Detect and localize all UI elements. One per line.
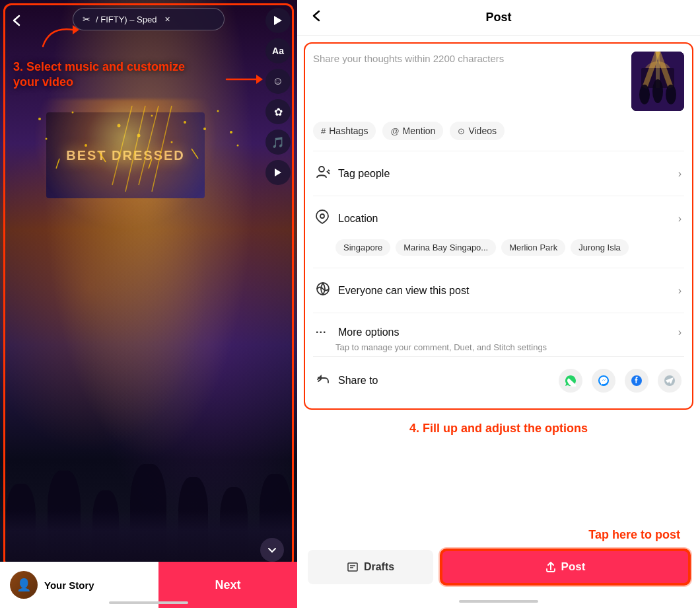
svg-point-33 <box>666 85 676 104</box>
svg-marker-22 <box>275 169 281 176</box>
dj-desk <box>0 510 297 563</box>
svg-point-31 <box>639 85 650 104</box>
sticker-icon-btn[interactable]: ✿ <box>265 99 291 124</box>
telegram-icon[interactable] <box>658 369 682 393</box>
svg-marker-23 <box>73 25 79 34</box>
more-options-label: More options <box>338 326 678 338</box>
back-button[interactable] <box>310 9 324 26</box>
tag-people-label: Tag people <box>338 168 678 180</box>
music-text: / FIFTY) – Sped <box>96 15 157 24</box>
location-icon <box>316 209 334 227</box>
step3-text: 3. Select music and customize your video <box>13 59 198 91</box>
thumbnail-bg: Select cover <box>631 52 684 111</box>
svg-point-34 <box>319 167 324 172</box>
mention-chip[interactable]: @ Mention <box>382 122 443 140</box>
text-icon-btn[interactable]: Aa <box>265 38 291 63</box>
tag-people-icon <box>316 165 334 182</box>
caption-input[interactable]: Share your thoughts within 2200 characte… <box>313 52 623 111</box>
home-indicator-right <box>297 595 700 608</box>
cover-thumbnail[interactable]: Select cover <box>631 52 684 111</box>
post-content: Share your thoughts within 2200 characte… <box>297 36 700 527</box>
share-icon <box>316 372 334 390</box>
arrow-to-icons <box>223 66 263 93</box>
location-label: Location <box>338 213 678 225</box>
music-bar[interactable]: ✂ / FIFTY) – Sped × <box>73 8 225 30</box>
drafts-label: Drafts <box>364 561 394 573</box>
step4-annotation: 4. Fill up and adjust the options <box>304 415 693 439</box>
post-button[interactable]: Post <box>441 550 689 584</box>
post-label: Post <box>561 560 586 574</box>
divider-1 <box>313 151 684 151</box>
svg-rect-40 <box>348 563 357 571</box>
share-to-label: Share to <box>338 375 559 387</box>
svg-marker-24 <box>256 75 263 84</box>
location-chevron: › <box>678 213 682 225</box>
tag-people-chevron: › <box>678 168 682 180</box>
location-chip-mp[interactable]: Merlion Park <box>501 239 565 256</box>
more-options-icon: ··· <box>316 326 334 338</box>
facebook-icon[interactable] <box>625 369 648 393</box>
right-icon-bar: Aa ☺ ✿ 🎵 <box>265 8 291 185</box>
hashtag-icon: # <box>321 126 326 136</box>
divider-5 <box>313 356 684 357</box>
stage-lights <box>33 99 218 231</box>
more-options-sublabel: Tap to manage your comment, Duet, and St… <box>335 342 684 352</box>
close-icon[interactable]: × <box>164 14 170 24</box>
videos-icon: ⊙ <box>458 126 465 136</box>
svg-point-35 <box>320 214 324 218</box>
home-bar <box>459 600 538 603</box>
your-story-label: Your Story <box>44 580 94 591</box>
videos-chip[interactable]: ⊙ Videos <box>450 122 505 140</box>
divider-4 <box>313 313 684 313</box>
scissors-icon: ✂ <box>83 14 90 24</box>
post-header: Post <box>297 0 700 36</box>
divider-2 <box>313 196 684 196</box>
video-icon-btn[interactable] <box>265 8 291 33</box>
tap-text: Tap here to post <box>588 528 680 541</box>
hashtags-chip[interactable]: # Hashtags <box>313 122 376 140</box>
visibility-label: Everyone can view this post <box>338 285 678 297</box>
your-story-btn[interactable]: 👤 Your Story <box>0 564 158 605</box>
post-title: Post <box>485 11 511 24</box>
post-form-box: Share your thoughts within 2200 characte… <box>304 42 693 410</box>
visibility-chevron: › <box>678 285 682 297</box>
tag-chips: # Hashtags @ Mention ⊙ Videos <box>313 122 684 140</box>
more-options-chevron: › <box>678 326 682 338</box>
left-panel: BEST DRESSED <box>0 0 297 608</box>
post-bottom-bar: Drafts Post <box>297 545 700 595</box>
visibility-row[interactable]: Everyone can view this post › <box>313 272 684 309</box>
svg-marker-21 <box>274 16 282 25</box>
step3-annotation: 3. Select music and customize your video <box>13 59 198 91</box>
location-chip-mbs[interactable]: Marina Bay Singapo... <box>396 239 496 256</box>
svg-point-32 <box>652 79 663 103</box>
location-chips: Singapore Marina Bay Singapo... Merlion … <box>313 237 684 264</box>
drafts-button[interactable]: Drafts <box>308 550 433 584</box>
location-chip-ji[interactable]: Jurong Isla <box>571 239 629 256</box>
whatsapp-icon[interactable] <box>559 369 582 393</box>
share-icons-group <box>559 369 682 393</box>
down-arrow-btn[interactable] <box>260 538 284 562</box>
hashtags-label: Hashtags <box>329 126 368 136</box>
caption-area: Share your thoughts within 2200 characte… <box>313 52 684 111</box>
tap-annotation: Tap here to post <box>297 527 700 545</box>
divider-3 <box>313 268 684 268</box>
right-panel: Post Share your thoughts within 2200 cha… <box>297 0 700 608</box>
play-icon-btn[interactable] <box>265 160 291 185</box>
avatar: 👤 <box>10 571 38 599</box>
step4-text: 4. Fill up and adjust the options <box>409 422 588 435</box>
share-row: Share to <box>313 361 684 400</box>
mention-label: Mention <box>403 126 436 136</box>
mention-icon: @ <box>390 126 399 136</box>
visibility-icon <box>316 282 334 299</box>
videos-label: Videos <box>468 126 497 136</box>
messenger-icon[interactable] <box>592 369 615 393</box>
home-indicator <box>109 601 188 604</box>
tag-people-row[interactable]: Tag people › <box>313 155 684 192</box>
emoji-icon-btn[interactable]: ☺ <box>265 69 291 94</box>
left-back-arrow[interactable] <box>10 13 24 32</box>
arrow-to-music <box>40 20 79 53</box>
location-row[interactable]: Location › <box>313 200 684 237</box>
music-icon-btn[interactable]: 🎵 <box>265 130 291 155</box>
location-chip-sg[interactable]: Singapore <box>335 239 390 256</box>
